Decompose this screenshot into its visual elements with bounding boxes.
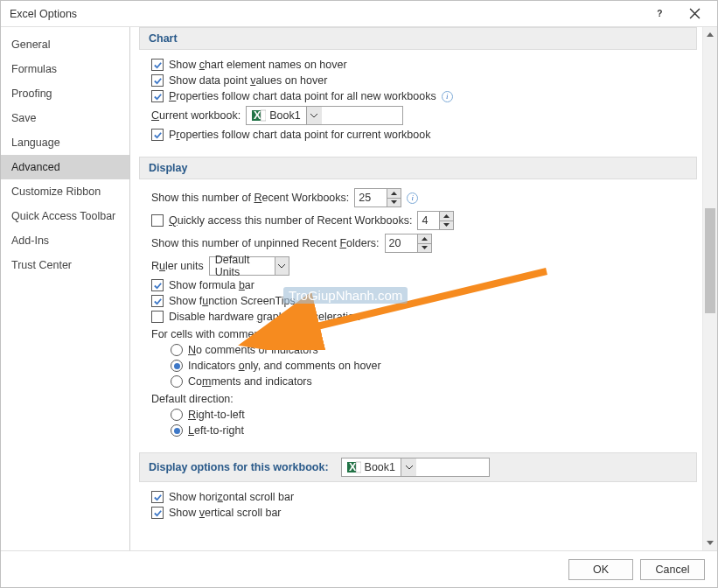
sidebar-item-general[interactable]: General	[1, 32, 129, 57]
sidebar-item-formulas[interactable]: Formulas	[1, 57, 129, 81]
select-current-workbook[interactable]: X Book1	[246, 106, 403, 125]
spinner-down-icon[interactable]	[440, 221, 453, 230]
sidebar-item-quick-access[interactable]: Quick Access Toolbar	[1, 204, 129, 228]
checkbox-quick-access-recent[interactable]	[151, 214, 164, 227]
svg-rect-3	[261, 110, 266, 121]
scroll-down-button[interactable]	[703, 536, 717, 550]
spinner-up-icon[interactable]	[440, 212, 453, 221]
label-indicators-only: Indicators only, and comments on hover	[188, 360, 381, 372]
scroll-up-button[interactable]	[703, 27, 717, 42]
ok-button[interactable]: OK	[568, 559, 633, 580]
info-icon[interactable]: i	[442, 91, 453, 102]
content-pane: Chart Show chart element names on hover …	[130, 27, 702, 550]
checkbox-props-all-wb[interactable]	[151, 90, 164, 102]
excel-icon: X	[347, 460, 361, 474]
section-header-chart: Chart	[139, 27, 697, 50]
label-props-all-wb: Properties follow chart data point for a…	[169, 90, 436, 102]
label-recent-folders: Show this number of unpinned Recent Fold…	[151, 237, 380, 249]
label-show-data-values: Show data point values on hover	[169, 74, 327, 87]
label-rtl: Right-to-left	[188, 409, 245, 421]
spinner-up-icon[interactable]	[418, 234, 431, 244]
label-hscroll: Show horizontal scroll bar	[169, 491, 294, 503]
close-button[interactable]	[677, 2, 712, 26]
select-display-workbook[interactable]: X Book1	[341, 458, 490, 477]
spinner-recent-folders[interactable]	[385, 234, 432, 253]
chevron-down-icon[interactable]	[401, 458, 416, 476]
radio-no-comments[interactable]	[171, 344, 183, 356]
help-button[interactable]: ?	[642, 2, 677, 26]
label-quick-access-recent: Quickly access this number of Recent Wor…	[169, 214, 412, 227]
sidebar-item-advanced[interactable]: Advanced	[1, 155, 129, 179]
label-props-current-wb: Properties follow chart data point for c…	[169, 129, 430, 141]
sidebar-item-trust-center[interactable]: Trust Center	[1, 253, 129, 277]
label-screentips: Show function ScreenTips	[169, 295, 296, 307]
label-recent-workbooks: Show this number of Recent Workbooks:	[151, 192, 349, 204]
label-current-workbook: Current workbook:	[151, 109, 240, 122]
section-header-display-workbook: Display options for this workbook: X Boo…	[139, 452, 697, 482]
chevron-down-icon[interactable]	[306, 107, 322, 124]
sidebar-item-customize-ribbon[interactable]: Customize Ribbon	[1, 179, 129, 204]
sidebar-item-addins[interactable]: Add-Ins	[1, 228, 129, 253]
cancel-button[interactable]: Cancel	[640, 559, 705, 580]
label-ltr: Left-to-right	[188, 424, 244, 437]
sidebar-item-proofing[interactable]: Proofing	[1, 81, 129, 106]
sidebar-item-language[interactable]: Language	[1, 130, 129, 155]
section-header-display: Display	[139, 157, 697, 179]
excel-icon: X	[252, 108, 266, 122]
info-icon[interactable]: i	[407, 192, 418, 204]
label-no-comments: No comments or indicators	[188, 344, 318, 356]
select-ruler-units-value: Default Units	[215, 254, 269, 278]
spinner-recent-folders-input[interactable]	[386, 234, 417, 252]
scrollbar-thumb[interactable]	[705, 208, 715, 313]
spinner-recent-workbooks-input[interactable]	[355, 189, 387, 206]
label-direction-intro: Default direction:	[151, 393, 685, 405]
checkbox-show-chart-names[interactable]	[151, 59, 164, 71]
checkbox-vscroll[interactable]	[151, 507, 164, 519]
spinner-down-icon[interactable]	[387, 199, 401, 207]
svg-text:X: X	[254, 109, 261, 122]
label-disable-hw-accel: Disable hardware graphics acceleration	[169, 311, 360, 323]
radio-comments-indicators[interactable]	[171, 375, 183, 388]
label-show-chart-names: Show chart element names on hover	[169, 59, 347, 71]
spinner-down-icon[interactable]	[418, 244, 431, 253]
select-ruler-units[interactable]: Default Units	[209, 256, 289, 276]
svg-text:X: X	[349, 461, 357, 473]
select-display-workbook-value: Book1	[365, 461, 395, 473]
spinner-quick-access-input[interactable]	[418, 212, 439, 229]
radio-rtl[interactable]	[171, 409, 183, 421]
label-comments-intro: For cells with comments, show:	[151, 328, 685, 340]
checkbox-screentips[interactable]	[151, 295, 164, 307]
label-comments-indicators: Comments and indicators	[188, 375, 312, 388]
sidebar-nav: General Formulas Proofing Save Language …	[1, 27, 130, 550]
checkbox-formula-bar[interactable]	[151, 279, 164, 291]
sidebar-item-save[interactable]: Save	[1, 106, 129, 130]
vertical-scrollbar[interactable]	[702, 27, 717, 550]
label-ruler-units: Ruler units	[151, 260, 204, 272]
scrollbar-track[interactable]	[703, 42, 717, 536]
checkbox-hscroll[interactable]	[151, 491, 164, 503]
spinner-recent-workbooks[interactable]	[354, 188, 401, 207]
svg-text:?: ?	[657, 9, 662, 18]
radio-indicators-only[interactable]	[171, 360, 183, 372]
label-formula-bar: Show formula bar	[169, 279, 254, 291]
excel-options-dialog: Excel Options ? General Formulas Proofin…	[0, 0, 718, 588]
label-vscroll: Show vertical scroll bar	[169, 507, 282, 519]
spinner-up-icon[interactable]	[387, 189, 401, 199]
checkbox-props-current-wb[interactable]	[151, 129, 164, 141]
checkbox-show-data-values[interactable]	[151, 74, 164, 87]
dialog-title: Excel Options	[10, 8, 642, 20]
select-current-workbook-value: Book1	[269, 109, 300, 122]
chevron-down-icon[interactable]	[275, 257, 289, 275]
label-display-wb-header: Display options for this workbook:	[149, 461, 329, 473]
radio-ltr[interactable]	[171, 424, 183, 437]
checkbox-disable-hw-accel[interactable]	[151, 311, 164, 323]
spinner-quick-access[interactable]	[417, 211, 454, 230]
dialog-footer: OK Cancel	[1, 550, 717, 587]
titlebar: Excel Options ?	[1, 1, 717, 27]
svg-rect-6	[356, 462, 361, 472]
